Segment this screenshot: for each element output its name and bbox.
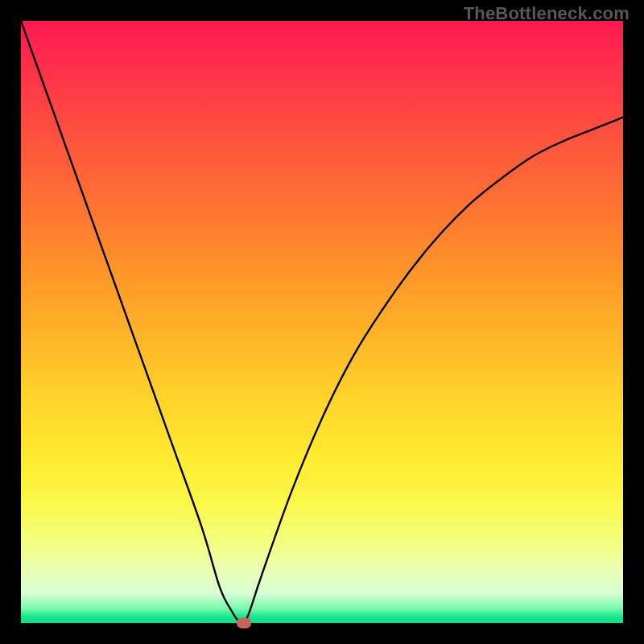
min-point-marker (237, 618, 251, 629)
bottleneck-curve (21, 21, 623, 623)
watermark-text: TheBottleneck.com (464, 3, 630, 24)
chart-frame: TheBottleneck.com (0, 0, 644, 644)
plot-area (21, 21, 623, 623)
